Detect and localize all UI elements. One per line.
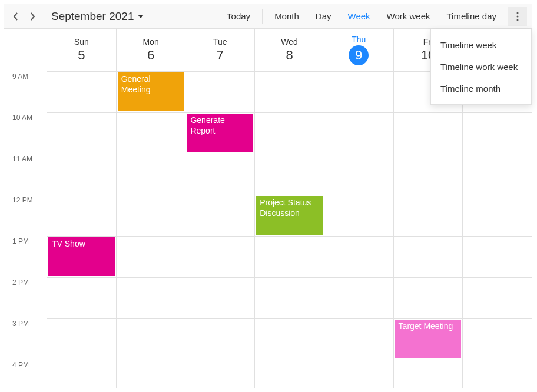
day-column[interactable]: Project Status Discussion	[255, 71, 324, 388]
overflow-menu-item[interactable]: Timeline work week	[431, 56, 531, 78]
day-label: Wed	[281, 37, 298, 46]
hour-line	[463, 360, 532, 360]
hour-line	[255, 277, 324, 278]
day-label: Sun	[74, 37, 89, 46]
time-label: 12 PM	[4, 195, 47, 236]
view-button-timeline-day[interactable]: Timeline day	[440, 6, 503, 26]
calendar-event[interactable]: TV Show	[48, 237, 115, 276]
hour-line	[463, 195, 532, 195]
overflow-menu-item[interactable]: Timeline week	[431, 34, 531, 56]
hour-line	[255, 112, 324, 113]
hour-line	[324, 112, 393, 113]
hour-line	[185, 360, 254, 360]
view-button-month[interactable]: Month	[267, 6, 306, 26]
hour-line	[324, 71, 393, 72]
hour-line	[117, 112, 185, 113]
time-column: 9 AM10 AM11 AM12 PM1 PM2 PM3 PM4 PM	[4, 71, 47, 388]
prev-button[interactable]	[9, 9, 23, 24]
day-number: 9	[349, 45, 369, 65]
today-button[interactable]: Today	[220, 6, 257, 26]
hour-line	[255, 71, 324, 72]
calendar-event[interactable]: Generate Report	[187, 114, 253, 152]
day-number: 8	[286, 48, 293, 63]
hour-line	[394, 236, 463, 237]
calendar-toolbar: September 2021 Today MonthDayWeekWork we…	[4, 4, 532, 29]
month-picker-button[interactable]: September 2021	[47, 8, 148, 25]
view-button-week[interactable]: Week	[341, 6, 377, 26]
hour-line	[47, 154, 116, 154]
hour-line	[463, 318, 532, 319]
day-number: 7	[217, 48, 224, 63]
time-label: 10 AM	[4, 112, 47, 154]
hour-line	[255, 318, 324, 319]
day-number: 5	[78, 48, 85, 63]
hour-line	[185, 236, 254, 237]
overflow-menu-item[interactable]: Timeline month	[431, 78, 531, 99]
day-column[interactable]	[463, 71, 532, 388]
chevron-right-icon	[29, 12, 35, 21]
hour-line	[394, 360, 463, 360]
day-column[interactable]: TV Show	[47, 71, 117, 388]
hour-line	[255, 195, 324, 195]
hour-line	[47, 112, 116, 113]
hour-line	[324, 318, 393, 319]
hour-line	[324, 360, 393, 360]
day-number: 6	[147, 48, 154, 63]
hour-line	[185, 195, 254, 195]
hour-line	[394, 318, 463, 319]
day-label: Mon	[142, 37, 158, 46]
hour-line	[185, 277, 254, 278]
hour-line	[117, 236, 185, 237]
hour-line	[463, 112, 532, 113]
time-label: 3 PM	[4, 318, 47, 360]
day-column[interactable]: Target Meeting	[394, 71, 463, 388]
day-header-wed[interactable]: Wed8	[255, 29, 324, 71]
hour-line	[185, 318, 254, 319]
hour-line	[47, 360, 116, 360]
hour-line	[324, 195, 393, 195]
hour-line	[394, 112, 463, 113]
day-label: Tue	[213, 37, 227, 46]
view-button-day[interactable]: Day	[309, 6, 339, 26]
day-header-sun[interactable]: Sun5	[47, 29, 117, 71]
day-header-tue[interactable]: Tue7	[185, 29, 255, 71]
more-views-button[interactable]	[508, 7, 527, 26]
hour-line	[47, 71, 116, 72]
hour-line	[117, 154, 185, 154]
svg-point-2	[517, 19, 519, 21]
hour-line	[394, 154, 463, 154]
hour-line	[117, 277, 185, 278]
svg-point-1	[517, 15, 519, 17]
next-button[interactable]	[25, 9, 39, 24]
hour-line	[255, 236, 324, 237]
time-label: 11 AM	[4, 154, 47, 195]
calendar-event[interactable]: General Meeting	[118, 72, 184, 111]
day-header-mon[interactable]: Mon6	[117, 29, 186, 71]
day-column[interactable]: Generate Report	[185, 71, 255, 388]
caret-down-icon	[138, 15, 144, 18]
hour-line	[117, 318, 185, 319]
month-title: September 2021	[51, 10, 134, 23]
hour-line	[324, 154, 393, 154]
hour-line	[117, 360, 185, 360]
calendar-event[interactable]: Project Status Discussion	[256, 196, 323, 235]
calendar-grid: 9 AM10 AM11 AM12 PM1 PM2 PM3 PM4 PM TV S…	[4, 71, 532, 388]
time-label: 4 PM	[4, 360, 47, 388]
view-button-work-week[interactable]: Work week	[380, 6, 437, 26]
hour-line	[47, 236, 116, 237]
hour-line	[47, 318, 116, 319]
time-label: 1 PM	[4, 236, 47, 277]
hour-line	[47, 277, 116, 278]
hour-line	[117, 195, 185, 195]
calendar-event[interactable]: Target Meeting	[395, 320, 462, 358]
hour-line	[185, 154, 254, 154]
day-column[interactable]: General Meeting	[117, 71, 186, 388]
hour-line	[47, 195, 116, 195]
hour-line	[324, 236, 393, 237]
hour-line	[394, 195, 463, 195]
toolbar-divider	[262, 9, 263, 24]
time-label: 9 AM	[4, 71, 47, 112]
day-header-thu[interactable]: Thu9	[324, 29, 394, 71]
time-label: 2 PM	[4, 277, 47, 318]
day-column[interactable]	[324, 71, 394, 388]
